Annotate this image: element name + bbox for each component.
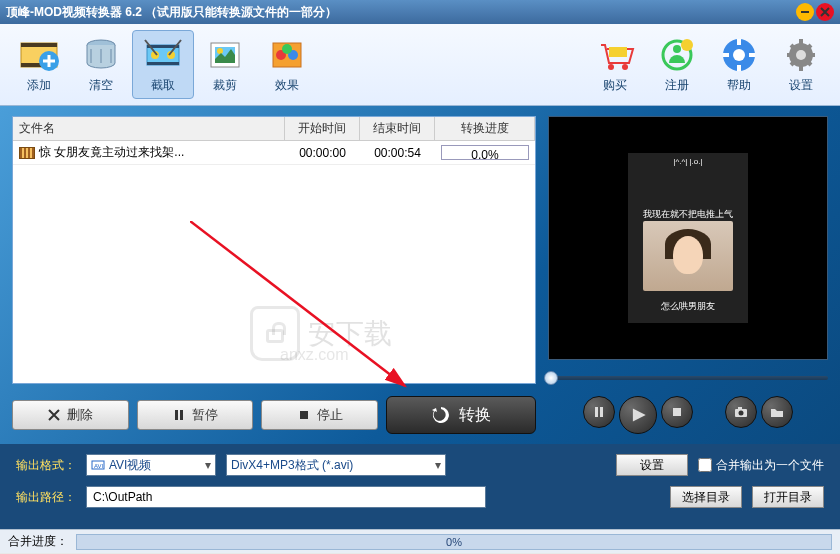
titlebar: 顶峰-MOD视频转换器 6.2 （试用版只能转换源文件的一部分） xyxy=(0,0,840,24)
register-label: 注册 xyxy=(646,77,708,94)
settings-icon xyxy=(781,35,821,75)
header-start[interactable]: 开始时间 xyxy=(285,117,360,140)
svg-rect-28 xyxy=(175,410,178,420)
output-format-codec-dropdown[interactable]: DivX4+MP3格式 (*.avi) xyxy=(226,454,446,476)
film-icon xyxy=(19,147,35,159)
add-icon xyxy=(19,35,59,75)
preview-box: |^.^| |.o.| 我现在就不把电推上气 怎么哄男朋友 xyxy=(548,116,828,360)
header-filename[interactable]: 文件名 xyxy=(13,117,285,140)
svg-rect-32 xyxy=(600,407,603,417)
preview-timecode: |^.^| |.o.| xyxy=(628,157,748,166)
register-button[interactable]: 注册 xyxy=(646,31,708,98)
buy-icon xyxy=(595,35,635,75)
merge-checkbox-wrap[interactable]: 合并输出为一个文件 xyxy=(698,457,824,474)
file-list: 文件名 开始时间 结束时间 转换进度 惊 女朋友竟主动过来找架... 00:00… xyxy=(12,116,536,384)
crop-button[interactable]: 裁剪 xyxy=(194,31,256,98)
header-end[interactable]: 结束时间 xyxy=(360,117,435,140)
player-pause-button[interactable] xyxy=(583,396,615,428)
svg-rect-20 xyxy=(609,47,627,57)
cut-label: 截取 xyxy=(133,77,193,94)
snapshot-button[interactable] xyxy=(725,396,757,428)
output-settings: 输出格式： AVIAVI视频 DivX4+MP3格式 (*.avi) 设置 合并… xyxy=(0,444,840,529)
add-button[interactable]: 添加 xyxy=(8,31,70,98)
add-label: 添加 xyxy=(8,77,70,94)
cut-button[interactable]: 截取 xyxy=(132,30,194,99)
help-icon xyxy=(719,35,759,75)
close-button[interactable] xyxy=(816,3,834,21)
list-row[interactable]: 惊 女朋友竟主动过来找架... 00:00:00 00:00:54 0.0% xyxy=(13,141,535,165)
settings-button[interactable]: 设置 xyxy=(770,31,832,98)
open-folder-button[interactable] xyxy=(761,396,793,428)
overall-progress-bar: 0% xyxy=(76,534,832,550)
player-play-button[interactable] xyxy=(619,396,657,434)
svg-rect-31 xyxy=(595,407,598,417)
output-format-type-dropdown[interactable]: AVIAVI视频 xyxy=(86,454,216,476)
svg-point-23 xyxy=(681,39,693,51)
toolbar: 添加 清空 截取 裁剪 效果 购买 注册 帮助 设置 xyxy=(0,24,840,106)
list-header: 文件名 开始时间 结束时间 转换进度 xyxy=(13,117,535,141)
output-format-label: 输出格式： xyxy=(16,457,76,474)
slider-thumb[interactable] xyxy=(544,371,558,385)
open-dir-button[interactable]: 打开目录 xyxy=(752,486,824,508)
svg-point-27 xyxy=(796,50,806,60)
main-area: 文件名 开始时间 结束时间 转换进度 惊 女朋友竟主动过来找架... 00:00… xyxy=(0,106,840,444)
help-button[interactable]: 帮助 xyxy=(708,31,770,98)
effect-button[interactable]: 效果 xyxy=(256,31,318,98)
row-end: 00:00:54 xyxy=(360,143,435,163)
row-filename: 惊 女朋友竟主动过来找架... xyxy=(39,144,184,161)
effect-icon xyxy=(267,35,307,75)
crop-icon xyxy=(205,35,245,75)
row-progress: 0.0% xyxy=(441,145,529,160)
clear-icon xyxy=(81,35,121,75)
svg-rect-2 xyxy=(21,43,57,47)
svg-rect-29 xyxy=(180,410,183,420)
svg-point-18 xyxy=(608,64,614,70)
svg-point-25 xyxy=(733,49,745,61)
window-title: 顶峰-MOD视频转换器 6.2 （试用版只能转换源文件的一部分） xyxy=(6,4,337,21)
svg-rect-30 xyxy=(300,411,308,419)
pause-button[interactable]: 暂停 xyxy=(137,400,254,430)
clear-label: 清空 xyxy=(70,77,132,94)
crop-label: 裁剪 xyxy=(194,77,256,94)
svg-point-35 xyxy=(739,411,744,416)
svg-text:AVI: AVI xyxy=(94,463,104,469)
svg-point-19 xyxy=(622,64,628,70)
convert-button[interactable]: 转换 xyxy=(386,396,536,434)
preview-subtitle-bottom: 怎么哄男朋友 xyxy=(628,300,748,313)
header-progress[interactable]: 转换进度 xyxy=(435,117,535,140)
player-stop-button[interactable] xyxy=(661,396,693,428)
output-path-input[interactable]: C:\OutPath xyxy=(86,486,486,508)
settings-label: 设置 xyxy=(770,77,832,94)
cut-icon xyxy=(143,35,183,75)
merge-checkbox[interactable] xyxy=(698,458,712,472)
register-icon xyxy=(657,35,697,75)
svg-rect-8 xyxy=(147,62,179,65)
svg-rect-33 xyxy=(673,408,681,416)
overall-progress-label: 合并进度： xyxy=(8,533,68,550)
svg-rect-0 xyxy=(801,11,809,13)
stop-button[interactable]: 停止 xyxy=(261,400,378,430)
svg-rect-36 xyxy=(738,407,742,410)
help-label: 帮助 xyxy=(708,77,770,94)
status-bar: 合并进度： 0% xyxy=(0,529,840,553)
preview-frame xyxy=(643,221,733,291)
row-start: 00:00:00 xyxy=(285,143,360,163)
output-path-label: 输出路径： xyxy=(16,489,76,506)
seek-slider[interactable] xyxy=(548,368,828,388)
svg-point-13 xyxy=(217,48,223,54)
svg-point-17 xyxy=(282,44,292,54)
buy-label: 购买 xyxy=(584,77,646,94)
minimize-button[interactable] xyxy=(796,3,814,21)
clear-button[interactable]: 清空 xyxy=(70,31,132,98)
svg-point-22 xyxy=(673,45,681,53)
preview-subtitle-top: 我现在就不把电推上气 xyxy=(628,208,748,221)
delete-button[interactable]: 删除 xyxy=(12,400,129,430)
choose-dir-button[interactable]: 选择目录 xyxy=(670,486,742,508)
output-settings-button[interactable]: 设置 xyxy=(616,454,688,476)
buy-button[interactable]: 购买 xyxy=(584,31,646,98)
effect-label: 效果 xyxy=(256,77,318,94)
